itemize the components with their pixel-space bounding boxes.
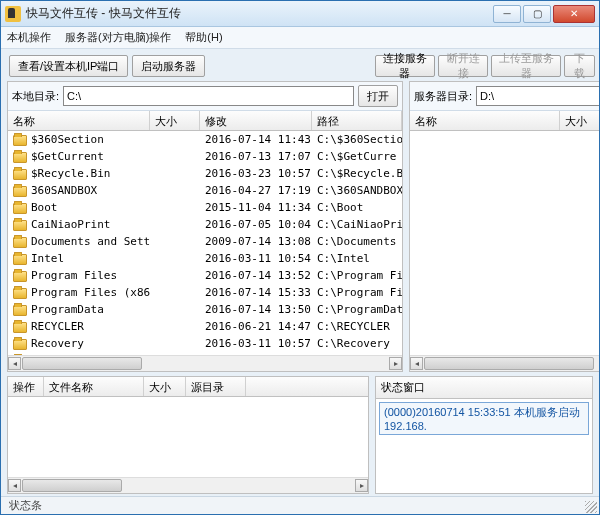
folder-icon: [13, 169, 27, 180]
local-grid-header: 名称 大小 修改 路径: [8, 111, 402, 131]
folder-icon: [13, 271, 27, 282]
statusbar: 状态条: [1, 496, 599, 514]
scroll-left-icon[interactable]: ◂: [8, 357, 21, 370]
resize-grip-icon[interactable]: [585, 501, 597, 513]
table-row[interactable]: Intel2016-03-11 10:54C:\Intel: [8, 250, 402, 267]
server-dir-label: 服务器目录:: [414, 89, 472, 104]
menu-help[interactable]: 帮助(H): [185, 30, 222, 45]
scroll-left-icon[interactable]: ◂: [8, 479, 21, 492]
status-text: 状态条: [9, 499, 42, 511]
col-source[interactable]: 源目录: [186, 377, 246, 396]
local-file-list[interactable]: $360Section2016-07-14 11:43C:\$360Sectio…: [8, 131, 402, 355]
menu-local[interactable]: 本机操作: [7, 30, 51, 45]
status-pane: 状态窗口 (0000)20160714 15:33:51 本机服务启动 192.…: [375, 376, 593, 494]
server-path-input[interactable]: [476, 86, 599, 106]
table-row[interactable]: Program Files2016-07-14 13:52C:\Program …: [8, 267, 402, 284]
download-button[interactable]: 下载: [564, 55, 595, 77]
col-size[interactable]: 大小: [144, 377, 186, 396]
queue-hscroll[interactable]: ◂ ▸: [8, 477, 368, 493]
table-row[interactable]: CaiNiaoPrint2016-07-05 10:04C:\CaiNiaoPr…: [8, 216, 402, 233]
scroll-right-icon[interactable]: ▸: [355, 479, 368, 492]
scroll-thumb[interactable]: [22, 479, 122, 492]
server-file-list[interactable]: [410, 131, 599, 355]
folder-icon: [13, 186, 27, 197]
folder-icon: [13, 152, 27, 163]
close-button[interactable]: ✕: [553, 5, 595, 23]
col-size[interactable]: 大小: [560, 111, 599, 130]
local-dir-label: 本地目录:: [12, 89, 59, 104]
titlebar[interactable]: 快马文件互传 - 快马文件互传 ─ ▢ ✕: [1, 1, 599, 27]
transfer-queue-pane: 操作 文件名称 大小 源目录 ◂ ▸: [7, 376, 369, 494]
local-path-input[interactable]: [63, 86, 354, 106]
table-row[interactable]: Documents and Settings2009-07-14 13:08C:…: [8, 233, 402, 250]
status-title: 状态窗口: [376, 377, 592, 399]
col-filename[interactable]: 文件名称: [44, 377, 144, 396]
folder-icon: [13, 305, 27, 316]
maximize-button[interactable]: ▢: [523, 5, 551, 23]
local-pane: 本地目录: 打开 名称 大小 修改 路径 $360Section2016-07-…: [7, 81, 403, 372]
scroll-thumb[interactable]: [424, 357, 594, 370]
menubar: 本机操作 服务器(对方电脑)操作 帮助(H): [1, 27, 599, 49]
col-name[interactable]: 名称: [410, 111, 560, 130]
app-window: 快马文件互传 - 快马文件互传 ─ ▢ ✕ 本机操作 服务器(对方电脑)操作 帮…: [0, 0, 600, 515]
scroll-right-icon[interactable]: ▸: [389, 357, 402, 370]
table-row[interactable]: Recovery2016-03-11 10:57C:\Recovery: [8, 335, 402, 352]
disconnect-button[interactable]: 断开连接: [438, 55, 488, 77]
minimize-button[interactable]: ─: [493, 5, 521, 23]
table-row[interactable]: RECYCLER2016-06-21 14:47C:\RECYCLER: [8, 318, 402, 335]
status-log[interactable]: (0000)20160714 15:33:51 本机服务启动 192.168.: [376, 399, 592, 493]
scroll-left-icon[interactable]: ◂: [410, 357, 423, 370]
folder-icon: [13, 237, 27, 248]
table-row[interactable]: $360Section2016-07-14 11:43C:\$360Sectio…: [8, 131, 402, 148]
server-hscroll[interactable]: ◂ ▸: [410, 355, 599, 371]
server-grid-header: 名称 大小 修改: [410, 111, 599, 131]
table-row[interactable]: Boot2015-11-04 11:34C:\Boot: [8, 199, 402, 216]
table-row[interactable]: ProgramData2016-07-14 13:50C:\ProgramDat…: [8, 301, 402, 318]
local-open-button[interactable]: 打开: [358, 85, 398, 107]
folder-icon: [13, 288, 27, 299]
transfer-queue-list[interactable]: [8, 397, 368, 477]
col-modified[interactable]: 修改: [200, 111, 312, 130]
folder-icon: [13, 220, 27, 231]
folder-icon: [13, 339, 27, 350]
table-row[interactable]: Program Files (x86)2016-07-14 15:33C:\Pr…: [8, 284, 402, 301]
folder-icon: [13, 203, 27, 214]
server-pane: 服务器目录: 打开 名称 大小 修改 ◂ ▸: [409, 81, 599, 372]
connect-server-button[interactable]: 连接服务器: [375, 55, 435, 77]
upload-button[interactable]: 上传至服务器: [491, 55, 561, 77]
table-row[interactable]: $Recycle.Bin2016-03-23 10:57C:\$Recycle.…: [8, 165, 402, 182]
folder-icon: [13, 254, 27, 265]
local-hscroll[interactable]: ◂ ▸: [8, 355, 402, 371]
window-title: 快马文件互传 - 快马文件互传: [26, 5, 493, 22]
view-set-port-button[interactable]: 查看/设置本机IP端口: [9, 55, 128, 77]
col-op[interactable]: 操作: [8, 377, 44, 396]
folder-icon: [13, 322, 27, 333]
col-size[interactable]: 大小: [150, 111, 200, 130]
col-name[interactable]: 名称: [8, 111, 150, 130]
menu-server[interactable]: 服务器(对方电脑)操作: [65, 30, 171, 45]
col-path[interactable]: 路径: [312, 111, 402, 130]
status-line: (0000)20160714 15:33:51 本机服务启动 192.168.: [379, 402, 589, 435]
start-server-button[interactable]: 启动服务器: [132, 55, 205, 77]
table-row[interactable]: 360SANDBOX2016-04-27 17:19C:\360SANDBOX: [8, 182, 402, 199]
scroll-thumb[interactable]: [22, 357, 142, 370]
table-row[interactable]: $GetCurrent2016-07-13 17:07C:\$GetCurre: [8, 148, 402, 165]
app-icon: [5, 6, 21, 22]
folder-icon: [13, 135, 27, 146]
